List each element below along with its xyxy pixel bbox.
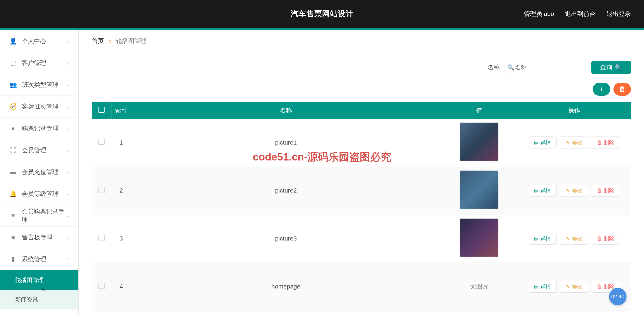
edit-button[interactable]: ✎ 修改 (560, 136, 588, 148)
detail-button[interactable]: ▤ 详情 (528, 185, 557, 197)
chevron-down-icon: ⌄ (66, 60, 70, 66)
sidebar-item-label: 客运班次管理 (22, 102, 58, 111)
row-checkbox[interactable] (98, 187, 104, 193)
row-checkbox[interactable] (98, 139, 104, 145)
edit-button[interactable]: ✎ 修改 (560, 185, 588, 197)
row-value (441, 167, 518, 215)
sidebar-item-label: 会员等级管理 (22, 190, 58, 198)
header: 汽车售票网站设计 管理员 abo 退出到前台 退出登录 (0, 0, 644, 28)
detail-button[interactable]: ▤ 详情 (528, 281, 557, 293)
search-input[interactable] (504, 61, 587, 74)
doc-icon: ▤ (534, 284, 539, 290)
table-header-1: 索引 (111, 102, 131, 119)
row-checkbox[interactable] (98, 283, 104, 289)
detail-button[interactable]: ▤ 详情 (528, 136, 557, 148)
table-row: 4 homepage 无图片 ▤ 详情 ✎ 修改 🗑 删除 (92, 263, 631, 311)
edit-icon: ✎ (566, 284, 570, 290)
sidebar-item-3[interactable]: 🧭客运班次管理⌄ (0, 96, 78, 118)
logout-link[interactable]: 退出登录 (606, 10, 631, 18)
home-icon: ⌂ (108, 38, 112, 44)
add-button[interactable]: + (593, 83, 610, 96)
app-title: 汽车售票网站设计 (290, 8, 354, 19)
row-index: 4 (111, 263, 131, 311)
divider-bar (0, 28, 644, 30)
action-buttons: + 🗑 (92, 83, 631, 96)
sidebar-sub-2[interactable]: 客服中心 (0, 310, 78, 314)
sidebar-item-2[interactable]: 👥班次类型管理⌄ (0, 74, 78, 96)
thumbnail-image (460, 123, 498, 161)
sidebar-item-0[interactable]: 👤个人中心⌄ (0, 30, 78, 52)
menu-icon: 🧭 (9, 103, 18, 110)
search-icon: 🔍 (507, 64, 514, 71)
row-name: picture2 (131, 167, 441, 215)
sidebar-sub-1[interactable]: 新闻资讯 (0, 290, 78, 310)
sidebar-item-label: 客户管理 (22, 59, 46, 67)
row-checkbox[interactable] (98, 235, 104, 241)
logout-front-link[interactable]: 退出到前台 (565, 10, 596, 18)
main-content: 首页 ⌂ 轮播图管理 名称 🔍 查询 🔍 + 🗑 索引名称值操作 1 pictu… (78, 30, 644, 314)
edit-button[interactable]: ✎ 修改 (560, 233, 588, 245)
row-name: picture3 (131, 215, 441, 263)
sidebar-item-5[interactable]: ⛶会员管理⌄ (0, 139, 78, 161)
sidebar-item-8[interactable]: ≡会员购票记录管理⌄ (0, 205, 78, 227)
menu-icon: ≡ (9, 212, 17, 219)
chevron-down-icon: ⌄ (66, 213, 70, 219)
trash-icon: 🗑 (597, 188, 602, 194)
delete-button[interactable]: 🗑 删除 (591, 233, 620, 245)
menu-icon: ⬚ (9, 59, 18, 66)
sidebar-item-6[interactable]: ▬会员充值管理⌄ (0, 161, 78, 183)
sidebar-item-label: 系统管理 (22, 255, 46, 263)
doc-icon: ▤ (534, 140, 539, 146)
delete-button[interactable]: 🗑 删除 (591, 185, 620, 197)
sidebar-item-7[interactable]: 🔔会员等级管理⌄ (0, 183, 78, 205)
chevron-down-icon: ⌄ (66, 257, 70, 262)
chevron-down-icon: ⌄ (66, 169, 70, 175)
menu-icon: 👤 (9, 37, 18, 45)
search-icon: 🔍 (614, 64, 622, 71)
header-right: 管理员 abo 退出到前台 退出登录 (524, 10, 631, 18)
sidebar-item-label: 会员购票记录管理 (22, 207, 70, 224)
menu-icon: ▮ (9, 256, 18, 263)
chevron-down-icon: ⌄ (66, 126, 70, 131)
sidebar-item-9[interactable]: ≡留言板管理⌄ (0, 227, 78, 248)
table-row: 3 picture3 ▤ 详情 ✎ 修改 🗑 删除 (92, 215, 631, 263)
edit-button[interactable]: ✎ 修改 (560, 281, 588, 293)
detail-button[interactable]: ▤ 详情 (528, 233, 557, 245)
edit-icon: ✎ (566, 140, 570, 146)
delete-button[interactable]: 🗑 删除 (591, 136, 620, 148)
query-button[interactable]: 查询 🔍 (592, 61, 631, 74)
doc-icon: ▤ (534, 188, 539, 194)
user-label[interactable]: 管理员 abo (524, 10, 554, 18)
menu-icon: 👥 (9, 81, 18, 88)
select-all-checkbox[interactable] (98, 107, 104, 113)
sidebar-sub-0[interactable]: 轮播图管理 (0, 270, 78, 290)
menu-icon: ≡ (9, 234, 18, 241)
menu-icon: ⛶ (9, 147, 18, 154)
search-label: 名称 (488, 63, 500, 71)
chevron-down-icon: ⌄ (66, 104, 70, 109)
breadcrumb: 首页 ⌂ 轮播图管理 (92, 37, 631, 52)
edit-icon: ✎ (566, 236, 570, 242)
sidebar-item-4[interactable]: ●购票记录管理⌄ (0, 118, 78, 139)
sidebar-item-label: 会员充值管理 (22, 168, 58, 176)
sidebar-item-1[interactable]: ⬚客户管理⌄ (0, 52, 78, 74)
trash-icon: 🗑 (597, 284, 602, 290)
row-name: picture1 (131, 119, 441, 167)
row-index: 1 (111, 119, 131, 167)
trash-icon: 🗑 (597, 236, 602, 242)
sidebar-item-label: 班次类型管理 (22, 81, 58, 89)
thumbnail-image (460, 171, 498, 209)
table-header-3: 值 (441, 102, 518, 119)
breadcrumb-home[interactable]: 首页 (92, 37, 104, 45)
thumbnail-image (460, 219, 498, 257)
delete-batch-button[interactable]: 🗑 (614, 83, 631, 96)
edit-icon: ✎ (566, 188, 570, 194)
row-name: homepage (131, 263, 441, 311)
row-actions: ▤ 详情 ✎ 修改 🗑 删除 (518, 233, 631, 245)
menu-icon: 🔔 (9, 190, 18, 197)
sidebar-item-10[interactable]: ▮系统管理⌄ (0, 248, 78, 270)
clock-badge[interactable]: 02:40 (609, 288, 626, 305)
table-row: 2 picture2 ▤ 详情 ✎ 修改 🗑 删除 (92, 167, 631, 215)
chevron-down-icon: ⌄ (66, 147, 70, 153)
sidebar-item-label: 留言板管理 (22, 233, 52, 242)
